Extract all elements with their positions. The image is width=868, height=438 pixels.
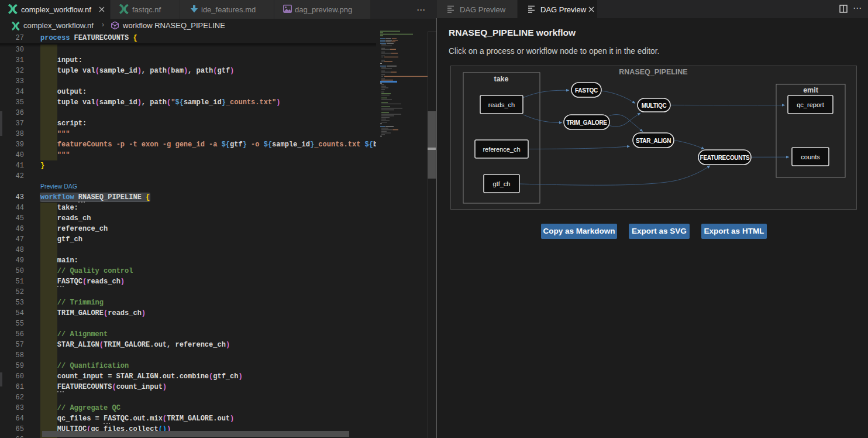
svg-text:RNASEQ_PIPELINE: RNASEQ_PIPELINE [619,68,687,76]
svg-text:reference_ch: reference_ch [483,146,520,153]
svg-text:emit: emit [803,86,819,94]
svg-text:TRIM_GALORE: TRIM_GALORE [566,119,607,126]
svg-text:FEATURECOUNTS: FEATURECOUNTS [700,155,750,161]
svg-text:gtf_ch: gtf_ch [493,180,511,187]
svg-text:qc_report: qc_report [797,101,824,108]
svg-text:MULTIQC: MULTIQC [642,102,667,109]
svg-text:counts: counts [801,153,820,160]
svg-text:take: take [494,75,508,83]
svg-text:reads_ch: reads_ch [488,101,515,108]
svg-text:FASTQC: FASTQC [575,87,598,94]
svg-text:STAR_ALIGN: STAR_ALIGN [636,138,671,144]
